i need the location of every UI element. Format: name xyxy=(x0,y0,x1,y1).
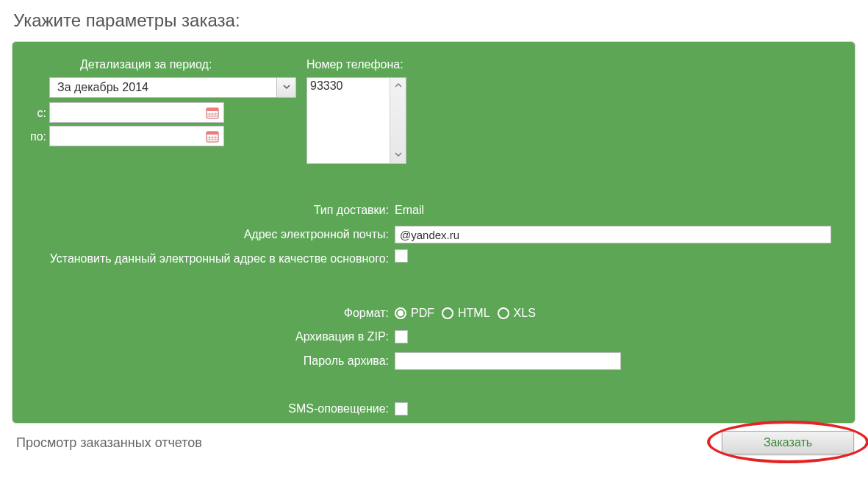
zip-label: Архивация в ZIP: xyxy=(12,330,395,343)
sms-label: SMS-оповещение: xyxy=(12,402,395,415)
format-option-pdf[interactable]: PDF xyxy=(395,307,434,320)
date-from-input[interactable] xyxy=(50,103,204,122)
view-reports-link[interactable]: Просмотр заказанных отчетов xyxy=(12,435,722,451)
email-input[interactable] xyxy=(395,226,831,243)
date-to-row xyxy=(49,126,224,146)
chevron-down-icon xyxy=(282,81,291,94)
page-title: Укажите параметры заказа: xyxy=(13,10,856,31)
order-button[interactable]: Заказать xyxy=(722,431,854,454)
date-to-label: по: xyxy=(21,130,46,143)
archive-password-label: Пароль архива: xyxy=(12,354,395,368)
svg-rect-8 xyxy=(207,132,218,135)
period-select[interactable]: За декабрь 2014 xyxy=(49,77,296,98)
svg-rect-1 xyxy=(207,108,218,111)
format-option-label: HTML xyxy=(458,307,490,320)
calendar-icon[interactable] xyxy=(204,104,220,121)
set-main-label: Установить данный электронный адрес в ка… xyxy=(12,249,395,267)
zip-checkbox[interactable] xyxy=(395,330,408,343)
date-from-row xyxy=(49,102,224,123)
date-to-input[interactable] xyxy=(50,126,204,146)
order-form-panel: Детализация за период: За декабрь 2014 с… xyxy=(12,41,856,424)
period-dropdown-button[interactable] xyxy=(276,78,295,97)
sms-checkbox[interactable] xyxy=(395,402,408,415)
phone-list[interactable]: 93330 xyxy=(306,77,406,164)
format-option-xls[interactable]: XLS xyxy=(498,307,536,320)
format-option-label: PDF xyxy=(411,307,434,320)
set-main-checkbox[interactable] xyxy=(395,249,408,263)
calendar-icon[interactable] xyxy=(204,128,220,144)
delivery-type-label: Тип доставки: xyxy=(12,204,395,217)
chevron-up-icon xyxy=(394,79,403,93)
chevron-down-icon xyxy=(394,149,403,162)
scrollbar[interactable] xyxy=(390,78,406,163)
archive-password-input[interactable] xyxy=(395,352,621,370)
phone-label: Номер телефона: xyxy=(306,58,403,71)
format-option-label: XLS xyxy=(514,307,536,320)
radio-icon xyxy=(498,307,509,319)
period-label: Детализация за период: xyxy=(80,58,212,71)
delivery-type-value: Email xyxy=(395,204,424,217)
format-radio-group: PDF HTML XLS xyxy=(395,307,536,320)
date-from-label: с: xyxy=(21,107,46,120)
radio-icon xyxy=(442,307,453,319)
radio-icon xyxy=(395,307,406,319)
format-label: Формат: xyxy=(12,307,395,320)
format-option-html[interactable]: HTML xyxy=(442,307,490,320)
period-select-value: За декабрь 2014 xyxy=(50,81,276,94)
email-label: Адрес электронной почты: xyxy=(12,228,395,241)
footer: Просмотр заказанных отчетов Заказать xyxy=(12,431,856,454)
phone-list-item[interactable]: 93330 xyxy=(310,79,387,93)
